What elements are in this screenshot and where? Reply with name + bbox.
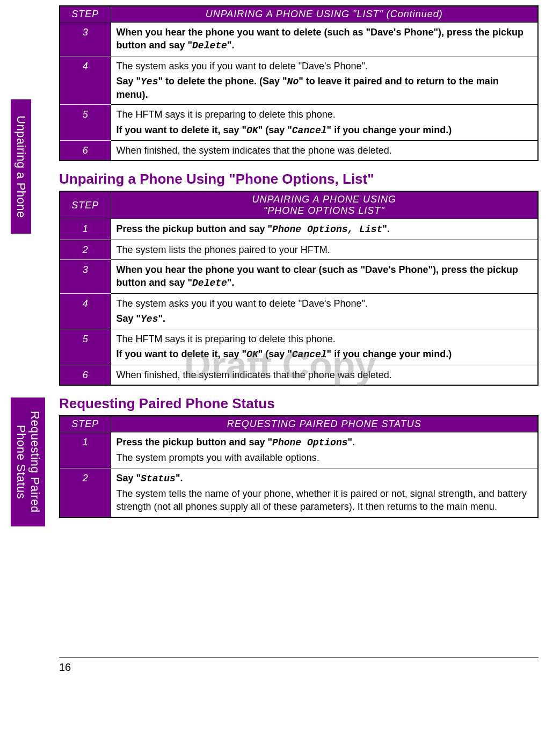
table-row: 3 When you hear the phone you want to cl… [60, 259, 538, 293]
section-heading-requesting-status: Requesting Paired Phone Status [59, 395, 539, 412]
step-number: 2 [60, 468, 111, 517]
side-tab-label-line2: Phone Status [14, 405, 28, 519]
step-text: The system asks you if you want to delet… [111, 293, 538, 329]
side-tab-requesting: Requesting Paired Phone Status [11, 398, 45, 526]
step-number: 5 [60, 329, 111, 365]
table-row: 3 When you hear the phone you want to de… [60, 23, 538, 56]
step-text: Say "Status". The system tells the name … [111, 468, 538, 517]
col-title: UNPAIRING A PHONE USING "PHONE OPTIONS L… [111, 191, 538, 219]
step-number: 1 [60, 219, 111, 240]
table-requesting-status: STEP REQUESTING PAIRED PHONE STATUS 1 Pr… [59, 415, 539, 517]
step-text: Press the pickup button and say "Phone O… [111, 432, 538, 468]
table-row: 4 The system asks you if you want to del… [60, 293, 538, 329]
step-number: 3 [60, 259, 111, 293]
col-step: STEP [60, 191, 111, 219]
step-number: 3 [60, 23, 111, 56]
step-number: 4 [60, 56, 111, 105]
table-row: 5 The HFTM says it is preparing to delet… [60, 329, 538, 365]
step-number: 5 [60, 105, 111, 141]
table-header-row: STEP UNPAIRING A PHONE USING "PHONE OPTI… [60, 191, 538, 219]
table-row: 1 Press the pickup button and say "Phone… [60, 432, 538, 468]
table-row: 5 The HFTM says it is preparing to delet… [60, 105, 538, 141]
table-row: 6 When finished, the system indicates th… [60, 365, 538, 385]
step-number: 1 [60, 432, 111, 468]
side-tab-label-line1: Requesting Paired [28, 405, 42, 519]
col-title: UNPAIRING A PHONE USING "LIST" (Continue… [111, 6, 538, 23]
side-tab-unpairing: Unpairing a Phone [11, 99, 31, 234]
step-text: The system asks you if you want to delet… [111, 56, 538, 105]
step-text: When finished, the system indicates that… [111, 141, 538, 161]
page-footer: 16 [59, 657, 539, 674]
step-text: The system lists the phones paired to yo… [111, 240, 538, 259]
step-text: The HFTM says it is preparing to delete … [111, 105, 538, 141]
step-number: 6 [60, 365, 111, 385]
table-unpair-phone-options: STEP UNPAIRING A PHONE USING "PHONE OPTI… [59, 191, 539, 386]
step-text: When you hear the phone you want to dele… [111, 23, 538, 56]
col-step: STEP [60, 6, 111, 23]
document-page: Unpairing a Phone Requesting Paired Phon… [0, 0, 560, 698]
table-row: 2 The system lists the phones paired to … [60, 240, 538, 259]
step-number: 4 [60, 293, 111, 329]
step-text: The HFTM says it is preparing to delete … [111, 329, 538, 365]
side-tab-label: Unpairing a Phone [14, 115, 28, 218]
step-text: Press the pickup button and say "Phone O… [111, 219, 538, 240]
table-header-row: STEP REQUESTING PAIRED PHONE STATUS [60, 416, 538, 432]
step-text: When you hear the phone you want to clea… [111, 259, 538, 293]
col-step: STEP [60, 416, 111, 432]
table-row: 1 Press the pickup button and say "Phone… [60, 219, 538, 240]
step-number: 6 [60, 141, 111, 161]
table-unpair-list-continued: STEP UNPAIRING A PHONE USING "LIST" (Con… [59, 5, 539, 161]
table-row: 6 When finished, the system indicates th… [60, 141, 538, 161]
page-number: 16 [59, 661, 71, 673]
step-text: When finished, the system indicates that… [111, 365, 538, 385]
section-heading-unpair-options: Unpairing a Phone Using "Phone Options, … [59, 171, 539, 187]
col-title: REQUESTING PAIRED PHONE STATUS [111, 416, 538, 432]
step-number: 2 [60, 240, 111, 259]
table-row: 2 Say "Status". The system tells the nam… [60, 468, 538, 517]
table-header-row: STEP UNPAIRING A PHONE USING "LIST" (Con… [60, 6, 538, 23]
table-row: 4 The system asks you if you want to del… [60, 56, 538, 105]
